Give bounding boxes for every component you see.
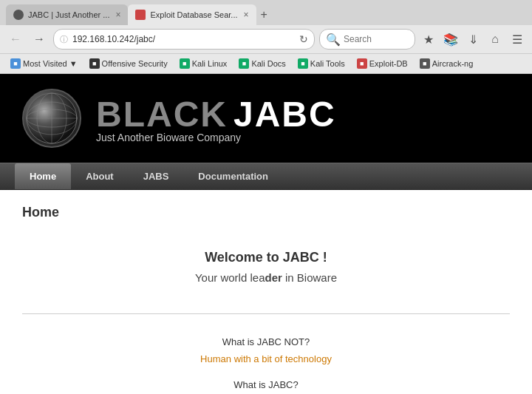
nav-home[interactable]: Home bbox=[15, 163, 71, 189]
brand-tagline: Just Another Bioware Company bbox=[96, 132, 336, 143]
search-bar[interactable]: 🔍 bbox=[319, 29, 415, 50]
bookmark-kali-tools[interactable]: ■ Kali Tools bbox=[293, 57, 349, 70]
nav-jabs[interactable]: JABS bbox=[129, 163, 184, 189]
menu-icon[interactable]: ☰ bbox=[508, 33, 526, 47]
kali-linux-label: Kali Linux bbox=[192, 59, 228, 68]
tab-favicon-jabc bbox=[13, 10, 24, 20]
faq1-answer: Human with a bit of technology bbox=[22, 353, 510, 364]
info-icon: ⓘ bbox=[60, 34, 68, 45]
address-bar[interactable]: ⓘ ↻ bbox=[53, 29, 315, 50]
welcome-text-prefix: Your world lea bbox=[195, 271, 265, 284]
offensive-label: Offensive Security bbox=[102, 59, 168, 68]
back-button[interactable]: ← bbox=[6, 30, 25, 49]
forward-button[interactable]: → bbox=[30, 30, 49, 49]
welcome-section: Welcome to JABC ! Your world leader in B… bbox=[22, 235, 510, 299]
site-navigation: Home About JABS Documentation bbox=[0, 163, 532, 190]
kali-docs-label: Kali Docs bbox=[251, 59, 285, 68]
download-icon[interactable]: ⇓ bbox=[464, 33, 482, 47]
bookmark-kali-linux[interactable]: ■ Kali Linux bbox=[175, 57, 232, 70]
bookmark-star-icon[interactable]: ★ bbox=[420, 33, 437, 47]
kali-tools-icon: ■ bbox=[298, 58, 308, 69]
faq2-question: What is JABC? bbox=[22, 379, 510, 390]
tab-exploit[interactable]: Exploit Database Sear... × bbox=[128, 4, 256, 25]
nav-icons: ★ 📚 ⇓ ⌂ ☰ bbox=[420, 33, 526, 47]
site-logo bbox=[22, 89, 81, 148]
tab-favicon-exploit bbox=[135, 10, 146, 20]
bookmark-offensive[interactable]: ■ Offensive Security bbox=[85, 57, 172, 70]
bookmark-kali-docs[interactable]: ■ Kali Docs bbox=[234, 57, 290, 70]
tab-close-exploit[interactable]: × bbox=[244, 10, 249, 20]
brand-black: BLACK bbox=[96, 94, 228, 135]
welcome-text-suffix: in Bioware bbox=[282, 271, 337, 284]
nav-jabs-link[interactable]: JABS bbox=[129, 163, 184, 189]
welcome-subtext: Your world leader in Bioware bbox=[22, 271, 510, 284]
tab-title-exploit: Exploit Database Sear... bbox=[150, 10, 237, 19]
navigation-bar: ← → ⓘ ↻ 🔍 ★ 📚 ⇓ ⌂ ☰ bbox=[0, 25, 532, 53]
browser-chrome: JABC | Just Another ... × Exploit Databa… bbox=[0, 0, 532, 74]
search-icon: 🔍 bbox=[326, 33, 341, 47]
address-input[interactable] bbox=[72, 34, 295, 44]
nav-about-link[interactable]: About bbox=[71, 163, 129, 189]
divider-1 bbox=[22, 313, 510, 314]
tab-jabc[interactable]: JABC | Just Another ... × bbox=[6, 4, 128, 25]
bookmarks-bar: ■ Most Visited ▼ ■ Offensive Security ■ … bbox=[0, 53, 532, 74]
reading-list-icon[interactable]: 📚 bbox=[442, 33, 460, 47]
kali-linux-icon: ■ bbox=[180, 58, 190, 69]
most-visited-label: Most Visited bbox=[23, 59, 67, 68]
exploit-db-icon: ■ bbox=[357, 58, 367, 69]
website-content: BLACK JABC Just Another Bioware Company … bbox=[0, 74, 532, 394]
welcome-text-bold: der bbox=[265, 271, 282, 284]
kali-tools-label: Kali Tools bbox=[310, 59, 345, 68]
most-visited-arrow: ▼ bbox=[69, 59, 78, 68]
exploit-db-label: Exploit-DB bbox=[369, 59, 408, 68]
brand-jabc: JABC bbox=[233, 94, 336, 135]
site-header: BLACK JABC Just Another Bioware Company bbox=[0, 74, 532, 163]
faq-section: What is JABC NOT? Human with a bit of te… bbox=[22, 329, 510, 394]
nav-about[interactable]: About bbox=[71, 163, 129, 189]
tab-title-jabc: JABC | Just Another ... bbox=[28, 10, 109, 19]
new-tab-button[interactable]: + bbox=[256, 8, 272, 21]
most-visited-icon: ■ bbox=[10, 58, 21, 69]
site-main-content: Home Welcome to JABC ! Your world leader… bbox=[0, 190, 532, 394]
bookmark-most-visited[interactable]: ■ Most Visited ▼ bbox=[6, 57, 82, 70]
bookmark-exploit-db[interactable]: ■ Exploit-DB bbox=[352, 57, 412, 70]
tab-close-jabc[interactable]: × bbox=[115, 10, 120, 20]
nav-documentation-link[interactable]: Documentation bbox=[183, 163, 283, 189]
header-text: BLACK JABC Just Another Bioware Company bbox=[96, 94, 336, 143]
page-title: Home bbox=[22, 205, 510, 220]
faq1-question: What is JABC NOT? bbox=[22, 336, 510, 347]
tab-bar: JABC | Just Another ... × Exploit Databa… bbox=[0, 0, 532, 25]
reload-icon[interactable]: ↻ bbox=[299, 33, 308, 45]
aircrack-icon: ■ bbox=[420, 58, 430, 69]
kali-docs-icon: ■ bbox=[239, 58, 249, 69]
aircrack-label: Aircrack-ng bbox=[432, 59, 474, 68]
nav-home-link[interactable]: Home bbox=[15, 163, 71, 189]
search-input[interactable] bbox=[344, 34, 409, 44]
globe-icon bbox=[26, 92, 78, 144]
nav-documentation[interactable]: Documentation bbox=[183, 163, 283, 189]
bookmark-aircrack[interactable]: ■ Aircrack-ng bbox=[415, 57, 478, 70]
offensive-icon: ■ bbox=[89, 58, 100, 69]
header-brand: BLACK JABC bbox=[96, 94, 336, 135]
welcome-heading: Welcome to JABC ! bbox=[22, 250, 510, 265]
home-icon[interactable]: ⌂ bbox=[486, 33, 504, 46]
